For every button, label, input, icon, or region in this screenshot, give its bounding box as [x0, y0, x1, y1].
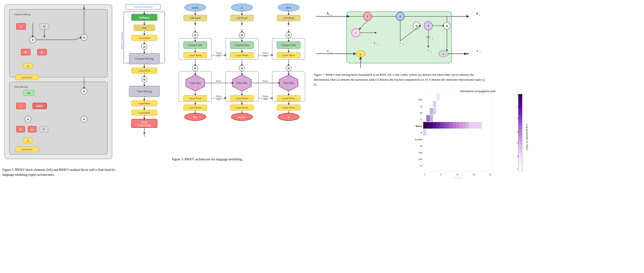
- svg-text:Token: Token: [262, 52, 268, 54]
- svg-text:My: My: [193, 115, 198, 119]
- svg-text:Layer: Layer: [455, 177, 462, 178]
- svg-text:States: States: [216, 80, 221, 82]
- svg-text:Layer Norm: Layer Norm: [282, 97, 295, 100]
- svg-text:Embedding: Embedding: [138, 124, 150, 127]
- svg-rect-268: [430, 122, 433, 129]
- ytick-7: in: [420, 144, 422, 147]
- svg-text:−7: −7: [516, 168, 518, 170]
- svg-rect-262: [423, 115, 493, 122]
- svg-text:⊕: ⊕: [287, 34, 290, 37]
- svg-text:Channel Mix: Channel Mix: [281, 44, 296, 47]
- svg-rect-269: [433, 122, 436, 129]
- svg-text:t: t: [431, 51, 432, 53]
- ytick-5: is: [420, 131, 422, 134]
- svg-text:shift: shift: [263, 98, 267, 101]
- fig7-section: h t−1 h t 1 2 3 ⊗ wkv t: [314, 2, 642, 87]
- svg-text:σ: σ: [20, 25, 22, 28]
- svg-text:1: 1: [424, 173, 426, 176]
- svg-text:μ: μ: [360, 52, 362, 56]
- ytick-0: The: [418, 98, 422, 101]
- svg-rect-279: [466, 122, 469, 129]
- svg-text:Out: Out: [142, 26, 147, 30]
- svg-text:−5: −5: [516, 142, 518, 145]
- svg-rect-277: [459, 122, 462, 129]
- ytick-4: Tower: [416, 125, 422, 127]
- svg-text:x: x: [359, 69, 362, 70]
- svg-text:21: 21: [489, 173, 491, 176]
- svg-rect-273: [446, 122, 449, 129]
- svg-text:⊕: ⊕: [240, 34, 243, 37]
- svg-text:LM Head: LM Head: [236, 16, 247, 20]
- svg-text:σ: σ: [20, 104, 22, 108]
- svg-text:shift: shift: [216, 98, 221, 101]
- svg-text:x: x: [327, 49, 329, 53]
- channel-mixing-label: Channel Mixing: [14, 13, 31, 16]
- svg-text:shift: shift: [216, 55, 221, 57]
- svg-rect-266: [423, 122, 426, 129]
- svg-text:Layer Norm: Layer Norm: [189, 97, 202, 100]
- svg-text:−1: −1: [516, 95, 518, 97]
- svg-text:name: name: [239, 115, 245, 119]
- svg-text:···: ···: [240, 24, 243, 28]
- arch-section: name LM Head ··· ⊕ Channel Mix Layer Nor…: [172, 2, 312, 271]
- svg-text:LM Head: LM Head: [283, 16, 294, 20]
- svg-rect-284: [423, 136, 493, 143]
- svg-text:−2: −2: [516, 106, 518, 108]
- svg-text:⊗: ⊗: [26, 118, 30, 121]
- svg-text:Channel Mixing: Channel Mixing: [135, 57, 154, 60]
- svg-text:States: States: [262, 80, 268, 82]
- svg-text:e: e: [355, 31, 356, 35]
- svg-text:Channel Mix: Channel Mix: [235, 44, 250, 47]
- svg-rect-272: [443, 122, 446, 129]
- svg-text:Token: Token: [216, 52, 222, 54]
- svg-text:is: is: [288, 115, 290, 119]
- svg-rect-261: [433, 108, 436, 115]
- fig7-heatmap-section: h t−1 h t 1 2 3 ⊗ wkv t: [314, 2, 642, 271]
- svg-text:Out: Out: [27, 91, 31, 94]
- svg-rect-280: [469, 122, 482, 129]
- svg-rect-282: [423, 129, 493, 136]
- svg-text:t−1: t−1: [329, 14, 332, 16]
- svg-text:V: V: [43, 25, 46, 28]
- fig7-caption: Figure 7: RWKV time-mixing block formula…: [314, 73, 489, 87]
- svg-text:−6: −6: [516, 155, 518, 158]
- svg-text:⊕: ⊕: [83, 36, 86, 39]
- svg-text:x: x: [476, 49, 478, 53]
- fig2-wrapper: Channel Mixing σ V ⊗ R K μ LayerNorm: [2, 2, 117, 271]
- svg-text:Layer Norm: Layer Norm: [189, 54, 202, 57]
- svg-text:Token: Token: [216, 95, 222, 98]
- svg-rect-285: [423, 143, 493, 150]
- svg-text:3: 3: [428, 24, 429, 28]
- svg-text:⊕: ⊕: [240, 67, 243, 70]
- svg-text:Time Mixing: Time Mixing: [137, 90, 152, 93]
- fig3-lm-wrapper: Output Probabilities RWKV-LM Head Softma…: [118, 2, 170, 271]
- ytick-8: the: [419, 151, 422, 154]
- svg-rect-267: [426, 122, 430, 129]
- svg-text:h: h: [327, 12, 329, 15]
- svg-text:−3: −3: [516, 117, 518, 120]
- svg-text:⊕: ⊕: [83, 118, 86, 121]
- svg-text:⊗: ⊗: [446, 24, 448, 28]
- svg-text:−4: −4: [516, 130, 518, 133]
- svg-text:⊕: ⊕: [194, 67, 196, 70]
- svg-text:LayerNorm: LayerNorm: [22, 148, 32, 151]
- svg-rect-287: [423, 157, 493, 164]
- svg-text:μ: μ: [27, 64, 29, 68]
- svg-text:⊕: ⊕: [194, 34, 196, 37]
- svg-rect-270: [436, 122, 440, 129]
- svg-text:11: 11: [456, 173, 458, 176]
- svg-text:Layer Norm: Layer Norm: [236, 106, 248, 109]
- ytick-1: E: [421, 105, 422, 108]
- svg-rect-283: [423, 129, 426, 136]
- svg-text:1: 1: [367, 15, 368, 18]
- svg-text:shift: shift: [263, 55, 267, 57]
- main-layout: Channel Mixing σ V ⊗ R K μ LayerNorm: [2, 2, 642, 271]
- svg-rect-281: [482, 122, 493, 129]
- svg-text:⊕: ⊕: [83, 90, 86, 93]
- svg-text:Bob: Bob: [286, 6, 291, 9]
- svg-text:Time Mix: Time Mix: [283, 81, 294, 85]
- svg-text:h: h: [476, 12, 478, 15]
- svg-text:⊕: ⊕: [143, 45, 146, 49]
- ytick-3: el: [420, 118, 422, 121]
- svg-rect-278: [462, 122, 466, 129]
